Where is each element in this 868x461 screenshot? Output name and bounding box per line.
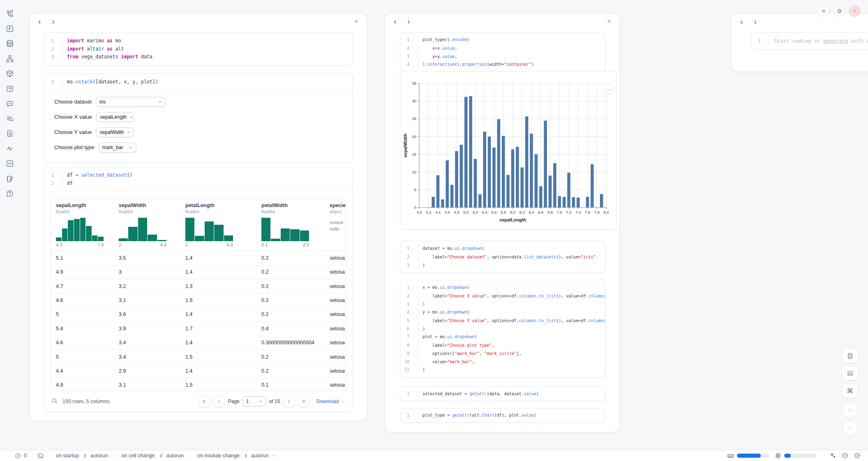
search-icon[interactable] [51,398,58,405]
chart-actions-menu-icon[interactable]: ⋯ [603,84,614,95]
logs-icon[interactable] [6,115,14,123]
code-line[interactable]: 9 options=["mark_bar", "mark_circle"], [400,350,605,358]
generate-with-ai-link[interactable]: generate [823,38,848,44]
fold-marker[interactable] [409,350,416,358]
table-row[interactable]: 5.13.51.40.2setosa [51,251,346,265]
column-header-petalLength[interactable]: petalLengthfloat6416.9 [180,199,256,251]
dropdown-select[interactable]: sepalLength [96,112,134,122]
tracing-icon[interactable] [6,145,14,153]
table-row[interactable]: 5.43.91.70.4setosa [51,322,346,336]
code-line[interactable]: 4⌄y = mo.ui.dropdown( [400,308,605,317]
fold-marker[interactable] [409,292,416,300]
fold-marker[interactable] [409,261,416,270]
ai-chat-icon[interactable] [6,99,14,108]
code-line[interactable]: 3) [400,300,605,309]
table-row[interactable]: 4.63.11.50.2setosa [51,293,346,307]
next-page-button[interactable] [283,396,295,407]
table-row[interactable]: 4.42.91.40.2setosa [51,364,346,378]
dependency-graph-icon[interactable] [6,55,14,63]
code-line[interactable]: 5 label="Choose Y value", options=df.col… [400,317,605,325]
fold-marker[interactable]: ⌄ [409,244,416,253]
table-row[interactable]: 53.41.50.2setosa [51,350,346,364]
chevron-right-icon[interactable] [404,18,413,26]
fold-marker[interactable]: ⌄ [409,333,416,341]
add-cell-button[interactable]: + [605,17,614,26]
code-line[interactable]: 4).interactive().properties(width="conta… [400,60,605,69]
dropdown-select[interactable]: mark_bar [99,143,136,152]
first-page-button[interactable] [199,396,210,407]
snippets-icon[interactable] [6,159,14,168]
code-line[interactable]: 10 value="mark_bar", [400,358,605,366]
layout-button[interactable] [842,366,858,380]
functions-icon[interactable] [6,25,14,33]
chevron-left-icon[interactable] [35,18,44,26]
table-row[interactable]: 53.61.40.2setosa [51,308,346,322]
outline-icon[interactable] [6,129,14,138]
table-row[interactable]: 4.931.40.2setosa [51,265,346,279]
altair-chart-output[interactable]: 4.04.24.44.64.85.05.25.45.65.86.06.26.46… [400,71,617,230]
fold-marker[interactable] [409,53,416,61]
code-line[interactable]: 1selected_dataset = getattr(data, datase… [400,390,605,398]
fold-marker[interactable] [409,341,416,350]
fold-marker[interactable] [409,366,416,374]
error-count-indicator[interactable]: 0 [15,453,27,459]
column-header-sepalWidth[interactable]: sepalWidthfloat6424.4 [114,199,180,251]
code-line[interactable]: 2import altair as alt [45,45,352,53]
table-row[interactable]: 4.63.41.40.30000000000000004setosa [51,336,346,350]
datasources-icon[interactable] [6,39,14,48]
fold-marker[interactable] [409,300,416,309]
menu-button[interactable] [818,5,829,16]
help-icon[interactable] [6,189,14,198]
code-line[interactable]: 2df [45,180,352,188]
scratchpad-icon[interactable] [6,175,14,183]
chevron-left-icon[interactable] [737,18,746,26]
on-startup-setting[interactable]: on startup: autorun [56,453,108,459]
code-line[interactable]: 1df = selected_dataset() [45,171,352,180]
code-line[interactable]: 6) [400,325,605,333]
file-tree-icon[interactable] [6,9,14,18]
chevron-left-icon[interactable] [391,18,399,26]
code-cell-dataset-dropdown[interactable]: 1⌄dataset = mo.ui.dropdown(2 label="Choo… [400,241,605,273]
code-line[interactable]: 1⌄dataset = mo.ui.dropdown( [400,244,605,253]
code-line[interactable]: 11) [400,366,605,374]
fold-marker[interactable] [409,253,416,261]
fold-marker[interactable] [409,358,416,366]
code-line[interactable]: 2 label="Choose X value", options=df.col… [400,292,605,300]
bar-chart[interactable]: 4.04.24.44.64.85.05.25.45.65.86.06.26.46… [400,71,616,228]
code-line[interactable]: 1import marimo as mo [45,37,352,45]
connection-status[interactable] [854,452,861,459]
code-line[interactable]: 2 x=x.value, [400,44,605,53]
code-line[interactable]: 3 y=y.value, [400,53,605,61]
fold-marker[interactable]: ⌄ [409,36,416,44]
cpu-usage[interactable] [775,452,816,459]
dropdown-select[interactable]: iris [96,97,166,107]
chevron-right-icon[interactable] [49,18,57,26]
code-cell-imports[interactable]: 1import marimo as mo2import altair as al… [44,32,353,66]
code-cell-plot[interactable]: 1⌄plot_type().encode(2 x=x.value,3 y=y.v… [400,32,605,72]
fold-marker[interactable] [409,60,416,69]
fold-marker[interactable]: ⌄ [409,284,416,292]
code-cell-dataframe[interactable]: 1df = selected_dataset()2df sepalLengthf… [44,167,353,412]
packages-icon[interactable] [6,69,14,78]
table-row[interactable]: 4.73.21.30.2setosa [51,279,346,293]
code-cell-selected-dataset[interactable]: 1selected_dataset = getattr(data, datase… [400,387,605,401]
code-line[interactable]: 1plot_type = getattr(alt.Chart(df), plot… [400,411,605,420]
copilot-button[interactable] [842,452,848,459]
memory-usage[interactable] [727,452,769,459]
fold-marker[interactable] [409,317,416,325]
scratchpad-input[interactable]: Start coding or generate with AI [769,37,868,45]
column-header-sepalLength[interactable]: sepalLengthfloat644.37.9 [51,199,114,251]
code-line[interactable]: 3from vega_datasets import data [45,53,352,61]
on-module-change-setting[interactable]: on module change: autorun [197,453,276,459]
code-line[interactable]: 1⌄x = mo.ui.dropdown( [400,284,605,292]
code-line[interactable]: 7⌄plot = mo.ui.dropdown( [400,333,605,341]
run-button[interactable] [843,421,857,436]
fold-marker[interactable] [409,44,416,53]
add-cell-button[interactable]: + [352,17,361,26]
code-line[interactable]: 2 label="Choose dataset", options=data.l… [400,253,605,261]
code-cell-plot-type[interactable]: 1plot_type = getattr(alt.Chart(df), plot… [400,408,605,423]
terminal-button[interactable] [37,453,44,459]
fold-marker[interactable] [409,325,416,333]
save-button[interactable] [842,348,858,363]
prev-page-button[interactable] [213,396,225,407]
